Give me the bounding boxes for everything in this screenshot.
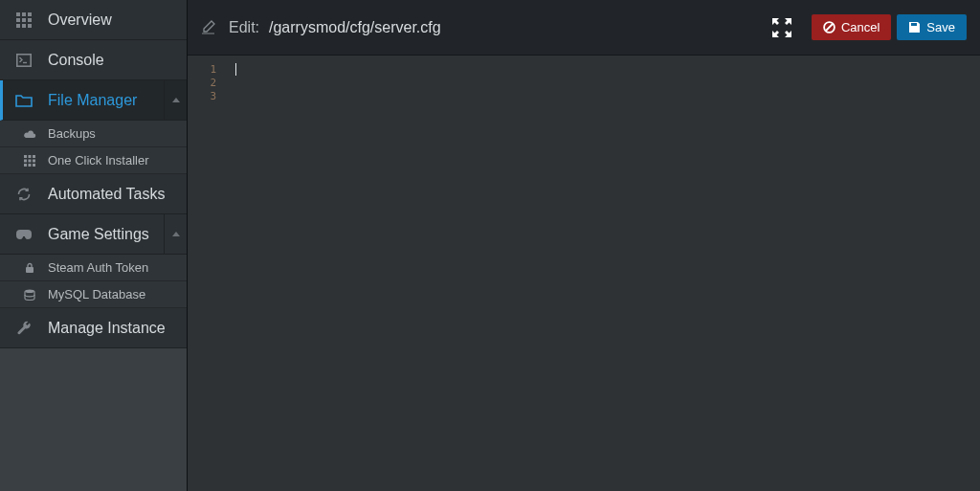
- sidebar-item-label: Game Settings: [48, 226, 149, 243]
- svg-rect-20: [26, 267, 33, 273]
- sidebar-item-file-manager[interactable]: File Manager: [0, 80, 187, 121]
- grid-small-icon: [21, 155, 38, 167]
- svg-rect-14: [24, 159, 27, 162]
- line-number-gutter: 1 2 3: [188, 56, 224, 491]
- svg-rect-5: [28, 18, 32, 22]
- sidebar-subitem-backups[interactable]: Backups: [0, 121, 187, 147]
- svg-rect-11: [24, 155, 27, 158]
- sidebar-item-label: Automated Tasks: [48, 186, 165, 203]
- database-icon: [21, 289, 38, 301]
- sidebar-item-manage-instance[interactable]: Manage Instance: [0, 308, 187, 348]
- sidebar-item-label: File Manager: [48, 92, 137, 109]
- svg-rect-9: [17, 54, 31, 65]
- svg-rect-13: [33, 155, 35, 158]
- sidebar-item-game-settings[interactable]: Game Settings: [0, 214, 187, 255]
- sidebar-subitem-label: MySQL Database: [48, 287, 145, 301]
- sidebar-item-label: Console: [48, 52, 104, 69]
- sidebar-subitem-steam-auth-token[interactable]: Steam Auth Token: [0, 255, 187, 281]
- svg-rect-0: [16, 12, 20, 16]
- edit-icon: [201, 20, 215, 34]
- svg-rect-19: [33, 164, 35, 167]
- cancel-icon: [823, 21, 835, 33]
- lock-icon: [21, 262, 38, 274]
- save-button[interactable]: Save: [897, 14, 967, 40]
- line-number: 1: [188, 63, 216, 77]
- button-label: Save: [926, 20, 955, 34]
- terminal-icon: [13, 54, 34, 67]
- svg-rect-18: [29, 164, 32, 167]
- wrench-icon: [13, 321, 34, 336]
- file-path: /garrysmod/cfg/server.cfg: [269, 19, 441, 36]
- svg-rect-2: [28, 12, 32, 16]
- svg-rect-16: [33, 159, 35, 162]
- grid-icon: [13, 12, 34, 28]
- refresh-icon: [13, 187, 34, 202]
- svg-rect-17: [24, 164, 27, 167]
- button-label: Cancel: [841, 20, 880, 34]
- svg-rect-6: [16, 24, 20, 28]
- sidebar-item-overview[interactable]: Overview: [0, 0, 187, 40]
- sidebar-item-console[interactable]: Console: [0, 40, 187, 80]
- sidebar-subitem-one-click-installer[interactable]: One Click Installer: [0, 147, 187, 174]
- code-area[interactable]: [224, 56, 980, 491]
- text-cursor: [235, 63, 236, 76]
- save-icon: [908, 21, 921, 33]
- gamepad-icon: [13, 229, 34, 240]
- chevron-up-icon: [172, 98, 180, 102]
- cloud-icon: [21, 129, 38, 139]
- collapse-handle[interactable]: [164, 80, 187, 120]
- sidebar-empty-area: [0, 348, 187, 491]
- edit-label: Edit:: [229, 19, 259, 36]
- svg-point-21: [25, 289, 34, 293]
- cancel-button[interactable]: Cancel: [812, 14, 891, 40]
- sidebar-subitem-label: One Click Installer: [48, 153, 148, 167]
- editor-toolbar: Edit: /garrysmod/cfg/server.cfg Cancel: [188, 0, 980, 56]
- svg-rect-4: [22, 18, 26, 22]
- sidebar-item-label: Manage Instance: [48, 320, 166, 337]
- svg-rect-1: [22, 12, 26, 16]
- fullscreen-button[interactable]: [771, 17, 792, 38]
- sidebar: Overview Console File Manager Backups On…: [0, 0, 188, 491]
- svg-rect-15: [29, 159, 32, 162]
- sidebar-subitem-mysql-database[interactable]: MySQL Database: [0, 281, 187, 308]
- svg-rect-8: [28, 24, 32, 28]
- svg-rect-3: [16, 18, 20, 22]
- sidebar-item-automated-tasks[interactable]: Automated Tasks: [0, 174, 187, 214]
- sidebar-item-label: Overview: [48, 11, 112, 29]
- folder-icon: [13, 94, 34, 107]
- svg-rect-12: [29, 155, 32, 158]
- line-number: 2: [188, 77, 216, 90]
- main-panel: Edit: /garrysmod/cfg/server.cfg Cancel: [188, 0, 980, 491]
- code-editor[interactable]: 1 2 3: [188, 56, 980, 491]
- line-number: 3: [188, 90, 216, 103]
- sidebar-subitem-label: Steam Auth Token: [48, 260, 148, 275]
- svg-line-23: [826, 24, 833, 31]
- svg-rect-7: [22, 24, 26, 28]
- sidebar-subitem-label: Backups: [48, 126, 96, 141]
- fullscreen-icon: [771, 17, 792, 38]
- chevron-up-icon: [172, 232, 180, 236]
- collapse-handle[interactable]: [164, 214, 187, 254]
